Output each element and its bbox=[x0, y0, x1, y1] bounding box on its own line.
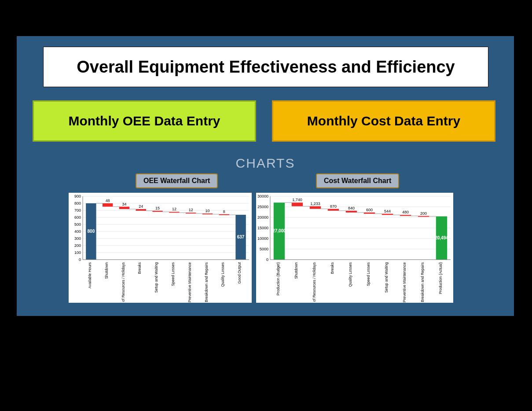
svg-text:Lack of Resources / Holidays: Lack of Resources / Holidays bbox=[121, 262, 125, 303]
svg-text:Breakdown and Repairs: Breakdown and Repairs bbox=[420, 262, 425, 302]
svg-text:700: 700 bbox=[74, 208, 81, 213]
cost-waterfall-chart-button[interactable]: Cost Waterfall Chart bbox=[316, 173, 399, 188]
svg-text:0: 0 bbox=[266, 257, 268, 262]
svg-text:544: 544 bbox=[384, 209, 391, 213]
svg-text:Breakdown and Repairs: Breakdown and Repairs bbox=[204, 262, 209, 302]
svg-text:800: 800 bbox=[88, 229, 95, 234]
oee-waterfall-chart-button[interactable]: OEE Waterfall Chart bbox=[136, 173, 218, 188]
svg-text:800: 800 bbox=[74, 201, 81, 206]
svg-text:Setup and Waiting: Setup and Waiting bbox=[154, 262, 158, 293]
svg-text:Preventive Maintenance: Preventive Maintenance bbox=[187, 262, 192, 302]
svg-text:24: 24 bbox=[139, 204, 143, 209]
svg-text:5000: 5000 bbox=[260, 247, 268, 251]
svg-rect-25 bbox=[103, 203, 113, 207]
page-title: Overall Equipment Effectiveness and Effi… bbox=[43, 47, 488, 87]
svg-text:900: 900 bbox=[74, 194, 81, 198]
svg-text:637: 637 bbox=[237, 235, 245, 239]
svg-text:600: 600 bbox=[366, 208, 373, 212]
svg-text:Good Output: Good Output bbox=[237, 262, 242, 283]
svg-text:Available Hours: Available Hours bbox=[88, 262, 92, 288]
svg-text:25000: 25000 bbox=[257, 205, 268, 209]
svg-rect-84 bbox=[310, 206, 321, 209]
svg-text:Setup and Waiting: Setup and Waiting bbox=[384, 262, 389, 293]
svg-text:8: 8 bbox=[223, 209, 225, 214]
svg-text:500: 500 bbox=[74, 222, 81, 227]
monthly-cost-data-entry-button[interactable]: Monthly Cost Data Entry bbox=[272, 100, 495, 142]
svg-text:30000: 30000 bbox=[257, 194, 268, 198]
svg-rect-29 bbox=[119, 207, 129, 209]
svg-rect-41 bbox=[169, 212, 179, 213]
svg-text:Production (Actual): Production (Actual) bbox=[438, 262, 443, 294]
svg-text:100: 100 bbox=[74, 250, 81, 255]
dashboard-panel: Overall Equipment Effectiveness and Effi… bbox=[17, 36, 514, 316]
svg-text:48: 48 bbox=[106, 198, 110, 203]
svg-text:300: 300 bbox=[74, 236, 81, 241]
cost-waterfall-chart: 05000100001500020000250003000027,000Prod… bbox=[256, 193, 453, 303]
svg-text:870: 870 bbox=[330, 204, 337, 209]
svg-text:Preventive Maintenance: Preventive Maintenance bbox=[402, 262, 407, 302]
svg-text:10000: 10000 bbox=[257, 236, 268, 241]
svg-text:Shutdown: Shutdown bbox=[104, 262, 109, 279]
svg-text:Shutdown: Shutdown bbox=[294, 262, 298, 279]
monthly-oee-data-entry-button[interactable]: Monthly OEE Data Entry bbox=[33, 100, 256, 142]
svg-text:10: 10 bbox=[205, 209, 209, 213]
svg-text:12: 12 bbox=[189, 208, 193, 212]
svg-text:Speed Losses: Speed Losses bbox=[366, 262, 371, 286]
svg-rect-80 bbox=[292, 202, 303, 206]
svg-rect-96 bbox=[364, 213, 375, 214]
svg-text:0: 0 bbox=[79, 257, 81, 262]
svg-text:Breaks: Breaks bbox=[330, 262, 334, 274]
svg-rect-88 bbox=[328, 209, 339, 211]
svg-text:Quality Losses: Quality Losses bbox=[348, 262, 352, 287]
svg-rect-49 bbox=[202, 213, 213, 214]
svg-text:34: 34 bbox=[122, 202, 126, 206]
svg-text:Production (Budget): Production (Budget) bbox=[276, 262, 280, 296]
svg-text:1,740: 1,740 bbox=[292, 198, 302, 202]
svg-text:Breaks: Breaks bbox=[137, 262, 142, 274]
svg-text:27,000: 27,000 bbox=[272, 228, 286, 233]
svg-rect-100 bbox=[382, 214, 393, 215]
svg-text:20000: 20000 bbox=[257, 215, 268, 220]
svg-text:Speed Losses: Speed Losses bbox=[171, 262, 175, 286]
svg-rect-108 bbox=[418, 216, 429, 217]
svg-text:12: 12 bbox=[172, 207, 176, 211]
svg-text:15: 15 bbox=[155, 206, 160, 210]
svg-rect-45 bbox=[186, 213, 196, 213]
svg-text:200: 200 bbox=[420, 211, 427, 216]
svg-text:Lack of Resources / Holidays: Lack of Resources / Holidays bbox=[312, 262, 316, 303]
svg-rect-53 bbox=[219, 214, 229, 215]
svg-text:480: 480 bbox=[402, 210, 409, 214]
charts-section-header: CHARTS bbox=[17, 156, 514, 171]
svg-rect-104 bbox=[400, 215, 411, 216]
svg-text:Quality Losses: Quality Losses bbox=[220, 262, 225, 287]
svg-text:840: 840 bbox=[348, 206, 355, 210]
svg-rect-92 bbox=[346, 211, 357, 213]
svg-text:200: 200 bbox=[74, 243, 81, 248]
oee-waterfall-chart: 0100200300400500600700800900800Available… bbox=[69, 193, 252, 303]
svg-text:1,233: 1,233 bbox=[310, 202, 320, 206]
svg-text:600: 600 bbox=[74, 215, 81, 220]
svg-text:400: 400 bbox=[74, 229, 81, 234]
svg-rect-33 bbox=[136, 209, 146, 211]
svg-text:20,494: 20,494 bbox=[435, 235, 448, 240]
svg-rect-37 bbox=[152, 211, 162, 212]
svg-text:15000: 15000 bbox=[257, 226, 268, 230]
